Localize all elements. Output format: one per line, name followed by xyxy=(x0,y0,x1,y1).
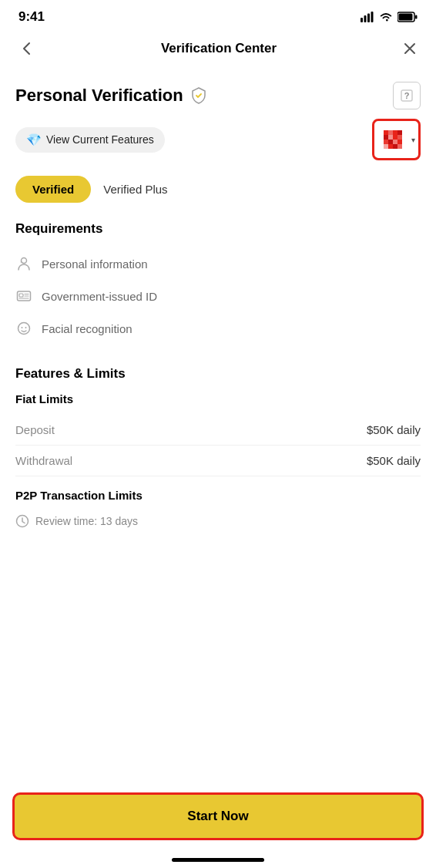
help-icon: ? xyxy=(400,89,414,103)
svg-point-34 xyxy=(22,327,23,328)
requirement-label: Facial recognition xyxy=(42,322,132,335)
features-limits-section: Features & Limits Fiat Limits Deposit $5… xyxy=(15,366,421,476)
svg-rect-18 xyxy=(384,140,388,144)
requirements-section: Requirements Personal information xyxy=(15,221,421,345)
start-now-button[interactable]: Start Now xyxy=(12,792,424,840)
svg-rect-15 xyxy=(388,135,393,140)
svg-rect-29 xyxy=(19,294,23,297)
withdrawal-value: $50K daily xyxy=(367,454,421,467)
features-limits-title: Features & Limits xyxy=(15,366,421,382)
svg-rect-12 xyxy=(393,130,397,135)
deposit-label: Deposit xyxy=(15,423,55,436)
signal-icon xyxy=(361,12,374,22)
pv-title-group: Personal Verification xyxy=(15,86,208,106)
svg-rect-19 xyxy=(388,140,393,144)
avatar-button xyxy=(376,123,410,156)
back-icon xyxy=(18,40,35,57)
svg-rect-14 xyxy=(384,135,388,140)
status-icons xyxy=(361,12,418,22)
tab-verified[interactable]: Verified xyxy=(15,176,91,203)
shield-icon xyxy=(189,86,208,105)
requirement-label: Personal information xyxy=(42,257,148,271)
deposit-row: Deposit $50K daily xyxy=(15,415,421,446)
list-item: Personal information xyxy=(15,247,421,280)
svg-rect-6 xyxy=(399,14,413,21)
svg-rect-10 xyxy=(384,130,388,135)
svg-rect-13 xyxy=(397,130,402,135)
clock-icon xyxy=(15,514,29,528)
home-indicator xyxy=(172,858,264,862)
svg-rect-0 xyxy=(361,18,363,22)
svg-rect-21 xyxy=(397,140,402,144)
svg-point-27 xyxy=(21,261,22,263)
svg-point-26 xyxy=(22,258,27,264)
svg-text:?: ? xyxy=(404,91,410,100)
p2p-title: P2P Transaction Limits xyxy=(15,489,421,502)
svg-rect-5 xyxy=(415,15,418,19)
avatar-dropdown-wrapper[interactable]: ▾ xyxy=(372,119,421,160)
id-card-icon xyxy=(15,288,32,304)
face-icon xyxy=(15,320,32,337)
wifi-icon xyxy=(379,12,393,22)
svg-rect-16 xyxy=(393,135,397,140)
status-time: 9:41 xyxy=(18,9,45,25)
svg-rect-23 xyxy=(388,144,393,149)
tab-verified-plus[interactable]: Verified Plus xyxy=(100,176,170,203)
withdrawal-row: Withdrawal $50K daily xyxy=(15,446,421,476)
svg-rect-17 xyxy=(397,135,402,140)
svg-rect-11 xyxy=(388,130,393,135)
svg-rect-25 xyxy=(397,144,402,149)
person-icon xyxy=(15,255,32,272)
close-button[interactable] xyxy=(399,38,421,59)
pv-title: Personal Verification xyxy=(15,86,183,106)
bottom-cta: Start Now xyxy=(12,792,424,840)
back-button[interactable] xyxy=(15,37,39,60)
svg-rect-1 xyxy=(364,15,367,22)
list-item: Government-issued ID xyxy=(15,280,421,312)
svg-rect-2 xyxy=(367,14,370,23)
close-icon xyxy=(402,41,418,56)
dropdown-arrow-icon: ▾ xyxy=(411,136,415,144)
list-item: Facial recognition xyxy=(15,312,421,345)
main-content: Personal Verification ? 💎 View Current F… xyxy=(0,69,436,547)
p2p-section: P2P Transaction Limits Review time: 13 d… xyxy=(15,489,421,534)
diamond-icon: 💎 xyxy=(26,133,42,147)
review-time-label: Review time: 13 days xyxy=(35,515,138,527)
pv-header-row: Personal Verification ? xyxy=(15,82,421,109)
withdrawal-label: Withdrawal xyxy=(15,454,72,467)
svg-rect-24 xyxy=(393,144,397,149)
view-features-button[interactable]: 💎 View Current Features xyxy=(15,127,165,153)
tabs: Verified Verified Plus xyxy=(15,176,421,203)
deposit-value: $50K daily xyxy=(367,423,421,436)
avatar-icon xyxy=(379,126,407,153)
fiat-limits-title: Fiat Limits xyxy=(15,392,421,405)
svg-point-35 xyxy=(25,327,27,328)
status-bar: 9:41 xyxy=(0,0,436,31)
svg-rect-22 xyxy=(384,144,388,149)
header: Verification Center xyxy=(0,31,436,69)
view-features-label: View Current Features xyxy=(46,133,154,146)
svg-rect-20 xyxy=(393,140,397,144)
header-title: Verification Center xyxy=(161,41,277,56)
requirements-title: Requirements xyxy=(15,221,421,237)
svg-point-33 xyxy=(18,323,30,335)
battery-icon xyxy=(397,12,418,22)
svg-rect-3 xyxy=(371,12,374,22)
requirement-label: Government-issued ID xyxy=(42,290,157,303)
features-row: 💎 View Current Features xyxy=(15,119,421,160)
review-time-row: Review time: 13 days xyxy=(15,508,421,534)
requirements-list: Personal information Government-issued I… xyxy=(15,247,421,345)
help-button[interactable]: ? xyxy=(393,82,421,109)
